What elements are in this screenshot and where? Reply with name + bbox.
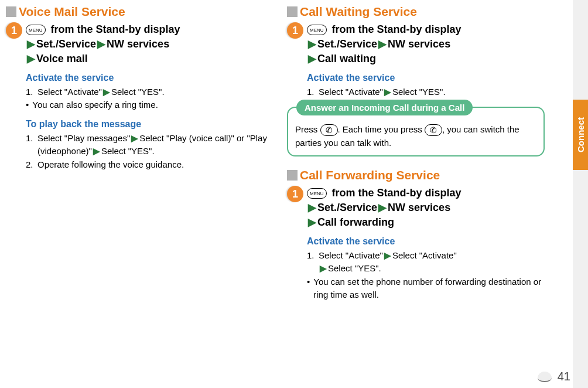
arrow-icon: ▶ (308, 216, 316, 228)
callforwarding-heading: Call Forwarding Service (287, 168, 545, 182)
arrow-icon: ▶ (103, 87, 110, 97)
list-number: 1. (307, 86, 319, 99)
arrow-icon: ▶ (378, 202, 387, 213)
arrow-icon: ▶ (384, 87, 391, 97)
playback-title: To play back the message (26, 119, 269, 130)
callwaiting-step-text: MENU from the Stand-by display ▶Set./Ser… (307, 22, 545, 67)
activate-1a: Select "Activate" (37, 87, 102, 97)
cf-line2b: NW services (388, 202, 450, 213)
play-1a: Select "Play messages" (37, 133, 130, 143)
cf-activate-body: 1. Select "Activate"▶Select "Activate"▶S… (307, 249, 545, 302)
activate-1b: Select "YES". (111, 87, 165, 97)
list-number: 1. (26, 132, 37, 158)
arrow-icon: ▶ (97, 38, 105, 50)
cf-line1: from the Stand-by display (329, 187, 461, 199)
heading-marker-icon (287, 6, 298, 17)
step-number-badge: 1 (287, 22, 303, 39)
arrow-icon: ▶ (308, 53, 316, 64)
callout-text-a: Press (295, 124, 320, 134)
voicemail-heading: Voice Mail Service (6, 5, 269, 19)
voicemail-playback: To play back the message 1. Select "Play… (26, 119, 269, 172)
cf-activate-note: You can set the phone number of forwardi… (313, 275, 545, 302)
callwaiting-callout: Answer an Incoming Call during a Call Pr… (287, 107, 545, 156)
arrow-icon: ▶ (384, 250, 391, 260)
playback-body: 1. Select "Play messages"▶Select "Play (… (26, 132, 269, 172)
list-number: 2. (26, 158, 37, 172)
callwaiting-step: 1 MENU from the Stand-by display ▶Set./S… (287, 22, 545, 67)
cw-activate-body: 1. Select "Activate"▶Select "YES". (307, 86, 545, 99)
footer: 41 (538, 370, 570, 383)
callwaiting-title: Call Waiting Service (300, 5, 417, 19)
cf-line2a: Set./Service (317, 202, 377, 213)
menu-icon: MENU (307, 25, 327, 35)
cf-activate-title: Activate the service (307, 236, 545, 247)
cw-line1: from the Stand-by display (329, 23, 461, 35)
activate-note: You can also specify a ring time. (32, 98, 158, 112)
side-tab-label: Connect (576, 117, 586, 152)
heading-marker-icon (6, 6, 16, 17)
bullet-icon: • (26, 98, 29, 112)
cf-activate-1c: Select "YES". (328, 263, 381, 273)
side-bar-top (573, 0, 588, 100)
step-line3: Voice mail (36, 53, 88, 64)
arrow-icon: ▶ (93, 146, 100, 156)
play-2: Operate following the voice guidance. (37, 158, 269, 172)
callout-body: Press ✆. Each time you press ✆, you can … (295, 123, 536, 149)
activate-title: Activate the service (26, 73, 269, 83)
callforwarding-step: 1 MENU from the Stand-by display ▶Set./S… (287, 186, 545, 230)
voicemail-step-text: MENU from the Stand-by display ▶Set./Ser… (26, 22, 269, 67)
call-key-icon: ✆ (425, 124, 442, 136)
side-bar-bottom (573, 170, 588, 388)
arrow-icon: ▶ (378, 38, 387, 50)
play-1c: Select "YES". (101, 146, 155, 156)
callwaiting-heading: Call Waiting Service (287, 5, 545, 19)
callforwarding-step-text: MENU from the Stand-by display ▶Set./Ser… (307, 186, 545, 230)
list-number: 1. (307, 249, 319, 275)
list-number: 1. (26, 86, 37, 99)
right-column: Call Waiting Service 1 MENU from the Sta… (281, 5, 556, 309)
arrow-icon: ▶ (308, 202, 316, 213)
left-column: Voice Mail Service 1 MENU from the Stand… (6, 5, 281, 309)
callforwarding-activate: Activate the service 1. Select "Activate… (307, 236, 545, 302)
cw-activate-title: Activate the service (307, 73, 545, 83)
callforwarding-title: Call Forwarding Service (300, 168, 440, 182)
callout-tab-label: Answer an Incoming Call during a Call (296, 100, 473, 115)
voicemail-activate: Activate the service 1. Select "Activate… (26, 73, 269, 112)
cw-line2a: Set./Service (317, 38, 377, 50)
cw-line3: Call waiting (317, 53, 376, 64)
callwaiting-activate: Activate the service 1. Select "Activate… (307, 73, 545, 99)
menu-icon: MENU (26, 25, 46, 35)
footer-icon (538, 372, 552, 382)
step-number-badge: 1 (6, 22, 22, 39)
arrow-icon: ▶ (131, 133, 138, 143)
cf-activate-1a: Select "Activate" (319, 250, 383, 260)
step-line2a: Set./Service (36, 38, 96, 50)
arrow-icon: ▶ (27, 38, 35, 50)
side-tab: Connect (573, 100, 588, 170)
step-line1: from the Stand-by display (48, 23, 180, 35)
voicemail-title: Voice Mail Service (19, 5, 125, 19)
arrow-icon: ▶ (320, 263, 327, 273)
step-line2b: NW services (107, 38, 169, 50)
cw-activate-1a: Select "Activate" (319, 87, 383, 97)
cw-activate-1b: Select "YES". (392, 87, 446, 97)
arrow-icon: ▶ (27, 53, 35, 64)
heading-marker-icon (287, 170, 298, 181)
bullet-icon: • (307, 275, 310, 302)
page-content: Voice Mail Service 1 MENU from the Stand… (0, 0, 562, 314)
activate-body: 1. Select "Activate"▶Select "YES". • You… (26, 86, 269, 112)
arrow-icon: ▶ (308, 38, 316, 50)
page-number: 41 (558, 370, 570, 383)
cf-activate-1b: Select "Activate" (392, 250, 457, 260)
cf-line3: Call forwarding (317, 216, 394, 228)
voicemail-step: 1 MENU from the Stand-by display ▶Set./S… (6, 22, 269, 67)
call-key-icon: ✆ (320, 124, 338, 136)
callout-text-b: . Each time you press (338, 124, 425, 134)
cw-line2b: NW services (388, 38, 450, 50)
menu-icon: MENU (307, 188, 327, 199)
step-number-badge: 1 (287, 186, 303, 202)
